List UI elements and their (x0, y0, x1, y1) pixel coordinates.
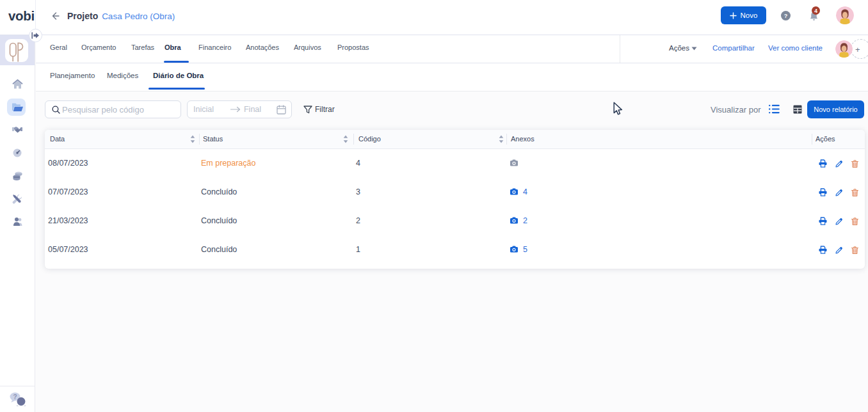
svg-text:?: ? (13, 393, 17, 400)
